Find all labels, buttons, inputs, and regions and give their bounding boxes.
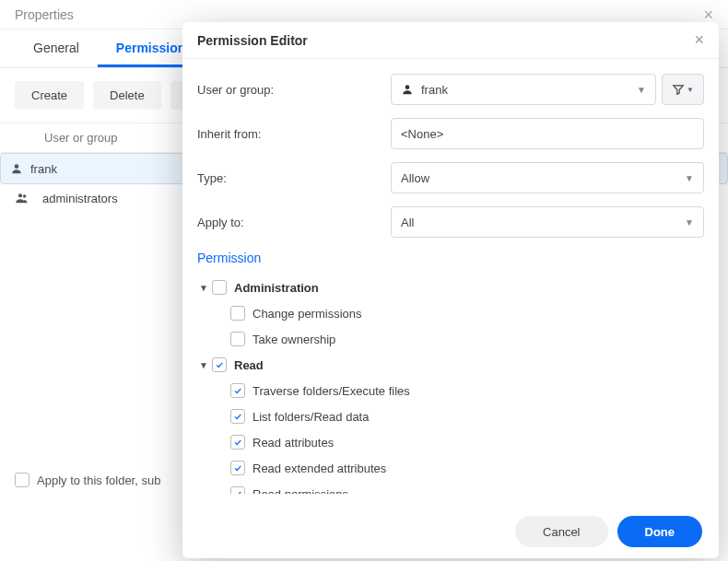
tab-general[interactable]: General xyxy=(15,29,98,67)
tree-child[interactable]: Read extended attributes xyxy=(197,455,700,481)
apply-to-folder-row[interactable]: Apply to this folder, sub xyxy=(15,473,160,487)
tree-child[interactable]: Read attributes xyxy=(197,429,700,455)
tree-label: List folders/Read data xyxy=(252,410,369,424)
checkbox[interactable] xyxy=(230,332,245,346)
collapse-icon[interactable]: ▼ xyxy=(197,360,210,370)
chevron-down-icon: ▼ xyxy=(685,217,694,228)
inherit-value: <None> xyxy=(401,127,443,141)
tree-child[interactable]: Traverse folders/Execute files xyxy=(197,378,700,403)
tree-label: Administration xyxy=(234,281,319,295)
checkbox[interactable] xyxy=(230,435,245,450)
svg-point-3 xyxy=(405,85,410,89)
properties-title: Properties xyxy=(15,0,74,29)
tree-label: Read extended attributes xyxy=(252,462,386,475)
tree-label: Take ownership xyxy=(252,333,335,346)
modal-title: Permission Editor xyxy=(197,33,308,48)
type-select[interactable]: Allow ▼ xyxy=(391,162,704,193)
chevron-down-icon: ▼ xyxy=(637,85,646,95)
user-icon xyxy=(401,83,414,96)
apply-checkbox[interactable] xyxy=(15,473,29,487)
user-group-select[interactable]: frank ▼ xyxy=(391,74,656,105)
svg-point-2 xyxy=(23,194,26,197)
checkbox[interactable] xyxy=(212,280,227,295)
user-group-value: frank xyxy=(421,83,448,97)
user-group-label: User or group: xyxy=(197,83,391,97)
tree-child[interactable]: Read permissions xyxy=(197,481,700,494)
tree-child[interactable]: List folders/Read data xyxy=(197,403,700,429)
checkbox[interactable] xyxy=(212,357,227,372)
tree-parent[interactable]: ▼ Read xyxy=(197,352,700,378)
svg-point-1 xyxy=(18,193,22,197)
tree-child[interactable]: Take ownership xyxy=(197,326,700,352)
cancel-button[interactable]: Cancel xyxy=(515,516,607,547)
inherit-label: Inherit from: xyxy=(197,127,391,141)
checkbox[interactable] xyxy=(230,409,245,424)
done-button[interactable]: Done xyxy=(617,516,703,547)
svg-point-0 xyxy=(15,164,19,169)
type-value: Allow xyxy=(401,171,429,185)
apply-label: Apply to this folder, sub xyxy=(37,473,160,487)
close-icon[interactable]: × xyxy=(694,30,704,50)
permission-editor-modal: Permission Editor × User or group: frank… xyxy=(182,22,719,558)
applyto-select[interactable]: All ▼ xyxy=(391,206,704,238)
filter-button[interactable]: ▼ xyxy=(662,74,704,105)
user-icon xyxy=(10,162,23,175)
tree-parent[interactable]: ▼ Administration xyxy=(197,275,700,300)
checkbox[interactable] xyxy=(230,486,245,494)
permission-tree: ▼ Administration Change permissions Take… xyxy=(197,275,704,494)
checkbox[interactable] xyxy=(230,461,245,475)
funnel-icon xyxy=(672,83,685,96)
tree-label: Change permissions xyxy=(252,307,362,321)
type-label: Type: xyxy=(197,171,391,185)
create-button[interactable]: Create xyxy=(15,81,84,110)
collapse-icon[interactable]: ▼ xyxy=(197,283,210,293)
chevron-down-icon: ▼ xyxy=(685,173,694,183)
delete-button[interactable]: Delete xyxy=(93,81,161,110)
tree-label: Read permissions xyxy=(252,487,348,495)
permission-header: Permission xyxy=(197,251,704,265)
tree-child[interactable]: Change permissions xyxy=(197,300,700,326)
chevron-down-icon: ▼ xyxy=(687,86,694,94)
inherit-input[interactable]: <None> xyxy=(391,118,704,149)
group-icon xyxy=(15,191,29,205)
applyto-label: Apply to: xyxy=(197,216,391,229)
row-user-name: administrators xyxy=(42,192,118,205)
tree-label: Read attributes xyxy=(252,436,334,450)
applyto-value: All xyxy=(401,216,414,229)
tree-label: Traverse folders/Execute files xyxy=(252,384,410,398)
row-user-name: frank xyxy=(30,162,57,176)
modal-footer: Cancel Done xyxy=(182,505,719,558)
checkbox[interactable] xyxy=(230,306,245,321)
tree-label: Read xyxy=(234,358,264,372)
checkbox[interactable] xyxy=(230,383,245,398)
